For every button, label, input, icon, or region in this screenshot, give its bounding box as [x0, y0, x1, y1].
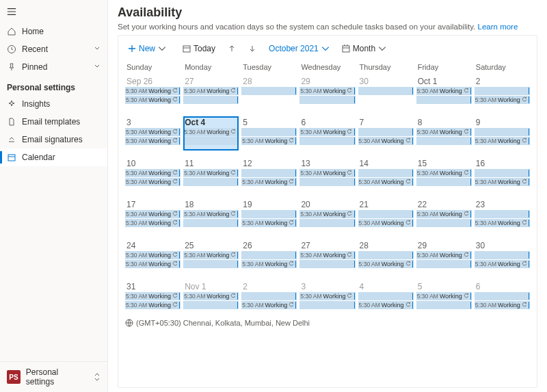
calendar-day-cell[interactable]: 35:30 AMWorking5:30 AMWorking	[125, 116, 181, 151]
calendar-event[interactable]: 5:30 AMWorking	[125, 219, 181, 227]
calendar-day-cell[interactable]: 85:30 AMWorking5:30 AMWorking	[416, 116, 472, 151]
calendar-event[interactable]: 5:30 AMWorking	[475, 260, 530, 268]
calendar-event[interactable]: 5:30 AMWorking	[241, 178, 297, 186]
calendar-day-cell[interactable]: 155:30 AMWorking5:30 AMWorking	[416, 157, 472, 192]
calendar-event[interactable]: 5:30 AMWorking	[241, 301, 297, 309]
calendar-event[interactable]: 5:30 AMWorking	[416, 210, 472, 218]
calendar-event[interactable]: 5:30 AMWorking	[475, 210, 530, 218]
calendar-event[interactable]: 5:30 AMWorking	[299, 301, 355, 309]
calendar-event[interactable]: 5:30 AMWorking	[241, 169, 297, 177]
calendar-event[interactable]: 5:30 AMWorking	[241, 251, 297, 259]
calendar-event[interactable]: 5:30 AMWorking	[125, 137, 181, 145]
calendar-event[interactable]: 5:30 AMWorking	[183, 96, 239, 104]
calendar-event[interactable]: 5:30 AMWorking	[475, 292, 530, 300]
next-button[interactable]	[245, 43, 259, 54]
calendar-event[interactable]: 5:30 AMWorking	[475, 169, 530, 177]
calendar-event[interactable]: 5:30 AMWorking	[358, 219, 414, 227]
sidebar-item-email-templates[interactable]: Email templates	[0, 113, 107, 131]
calendar-day-cell[interactable]: 45:30 AMWorking5:30 AMWorking	[358, 280, 414, 315]
calendar-event[interactable]: 5:30 AMWorking	[299, 292, 355, 300]
calendar-event[interactable]: 5:30 AMWorking	[183, 260, 239, 268]
calendar-day-cell[interactable]: 175:30 AMWorking5:30 AMWorking	[125, 198, 181, 233]
sidebar-footer[interactable]: PS Personal settings	[0, 361, 107, 392]
sidebar-item-pinned[interactable]: Pinned	[0, 58, 107, 76]
calendar-day-cell[interactable]: 105:30 AMWorking5:30 AMWorking	[125, 157, 181, 192]
calendar-day-cell[interactable]: 195:30 AMWorking5:30 AMWorking	[241, 198, 297, 233]
calendar-event[interactable]: 5:30 AMWorking	[183, 137, 239, 145]
calendar-day-cell[interactable]: 225:30 AMWorking5:30 AMWorking	[416, 198, 472, 233]
new-button[interactable]: New	[125, 42, 169, 55]
calendar-event[interactable]: 5:30 AMWorking	[241, 292, 297, 300]
calendar-event[interactable]: 5:30 AMWorking	[358, 210, 414, 218]
calendar-event[interactable]: 5:30 AMWorking	[241, 87, 297, 95]
calendar-day-cell[interactable]: Oct 45:30 AMWorking5:30 AMWorking	[183, 116, 239, 151]
calendar-event[interactable]: 5:30 AMWorking	[358, 251, 414, 259]
calendar-event[interactable]: 5:30 AMWorking	[241, 210, 297, 218]
calendar-event[interactable]: 5:30 AMWorking	[241, 219, 297, 227]
calendar-day-cell[interactable]: 75:30 AMWorking5:30 AMWorking	[358, 116, 414, 151]
calendar-event[interactable]: 5:30 AMWorking	[416, 96, 472, 104]
calendar-event[interactable]: 5:30 AMWorking	[416, 87, 472, 95]
calendar-event[interactable]: 5:30 AMWorking	[475, 301, 530, 309]
calendar-day-cell[interactable]: 285:30 AMWorking	[241, 75, 297, 109]
calendar-event[interactable]: 5:30 AMWorking	[299, 178, 355, 186]
calendar-event[interactable]: 5:30 AMWorking	[299, 96, 355, 104]
sidebar-item-recent[interactable]: Recent	[0, 40, 107, 58]
sidebar-item-insights[interactable]: Insights	[0, 95, 107, 113]
hamburger-button[interactable]	[0, 3, 107, 23]
calendar-event[interactable]: 5:30 AMWorking	[299, 87, 355, 95]
calendar-day-cell[interactable]: 215:30 AMWorking5:30 AMWorking	[358, 198, 414, 233]
calendar-day-cell[interactable]: 115:30 AMWorking5:30 AMWorking	[183, 157, 239, 192]
calendar-day-cell[interactable]: 65:30 AMWorking5:30 AMWorking	[299, 116, 355, 151]
calendar-event[interactable]: 5:30 AMWorking	[475, 137, 530, 145]
calendar-day-cell[interactable]: 235:30 AMWorking5:30 AMWorking	[475, 198, 530, 233]
calendar-day-cell[interactable]: 275:30 AMWorking5:30 AMWorking	[183, 75, 239, 109]
calendar-day-cell[interactable]: 305:30 AMWorking5:30 AMWorking	[475, 239, 530, 274]
calendar-day-cell[interactable]: 55:30 AMWorking5:30 AMWorking	[241, 116, 297, 151]
prev-button[interactable]	[225, 43, 239, 54]
calendar-event[interactable]: 5:30 AMWorking	[125, 96, 181, 104]
calendar-day-cell[interactable]: 315:30 AMWorking5:30 AMWorking	[125, 280, 181, 315]
calendar-event[interactable]: 5:30 AMWorking	[183, 301, 239, 309]
calendar-event[interactable]: 5:30 AMWorking	[358, 87, 414, 95]
calendar-event[interactable]: 5:30 AMWorking	[416, 301, 472, 309]
calendar-event[interactable]: 5:30 AMWorking	[125, 301, 181, 309]
calendar-event[interactable]: 5:30 AMWorking	[125, 169, 181, 177]
calendar-event[interactable]: 5:30 AMWorking	[183, 210, 239, 218]
calendar-event[interactable]: 5:30 AMWorking	[125, 260, 181, 268]
calendar-day-cell[interactable]: 265:30 AMWorking5:30 AMWorking	[241, 239, 297, 274]
calendar-day-cell[interactable]: 125:30 AMWorking5:30 AMWorking	[241, 157, 297, 192]
calendar-event[interactable]: 5:30 AMWorking	[358, 169, 414, 177]
sidebar-item-email-signatures[interactable]: Email signatures	[0, 131, 107, 148]
calendar-day-cell[interactable]: 255:30 AMWorking5:30 AMWorking	[183, 239, 239, 274]
calendar-event[interactable]: 5:30 AMWorking	[241, 260, 297, 268]
calendar-day-cell[interactable]: 185:30 AMWorking5:30 AMWorking	[183, 198, 239, 233]
calendar-event[interactable]: 5:30 AMWorking	[299, 251, 355, 259]
calendar-event[interactable]: 5:30 AMWorking	[475, 219, 530, 227]
sidebar-item-calendar[interactable]: Calendar	[0, 148, 107, 166]
calendar-day-cell[interactable]: 205:30 AMWorking5:30 AMWorking	[299, 198, 355, 233]
calendar-event[interactable]: 5:30 AMWorking	[183, 87, 239, 95]
calendar-event[interactable]: 5:30 AMWorking	[183, 169, 239, 177]
calendar-day-cell[interactable]: 245:30 AMWorking5:30 AMWorking	[125, 239, 181, 274]
calendar-event[interactable]: 5:30 AMWorking	[358, 137, 414, 145]
calendar-day-cell[interactable]: 285:30 AMWorking5:30 AMWorking	[358, 239, 414, 274]
calendar-day-cell[interactable]: 275:30 AMWorking5:30 AMWorking	[299, 239, 355, 274]
calendar-event[interactable]: 5:30 AMWorking	[299, 169, 355, 177]
period-picker[interactable]: October 2021	[266, 42, 332, 55]
sidebar-item-home[interactable]: Home	[0, 23, 107, 40]
view-picker[interactable]: Month	[339, 42, 389, 55]
calendar-day-cell[interactable]: 25:30 AMWorking5:30 AMWorking	[241, 280, 297, 315]
calendar-day-cell[interactable]: 165:30 AMWorking5:30 AMWorking	[475, 157, 530, 192]
calendar-event[interactable]: 5:30 AMWorking	[241, 137, 297, 145]
calendar-day-cell[interactable]: 65:30 AMWorking5:30 AMWorking	[475, 280, 530, 315]
calendar-event[interactable]: 5:30 AMWorking	[416, 260, 472, 268]
timezone-bar[interactable]: (GMT+05:30) Chennai, Kolkata, Mumbai, Ne…	[125, 319, 530, 327]
calendar-event[interactable]: 5:30 AMWorking	[299, 210, 355, 218]
calendar-event[interactable]: 5:30 AMWorking	[125, 87, 181, 95]
calendar-event[interactable]: 5:30 AMWorking	[358, 260, 414, 268]
calendar-event[interactable]: 5:30 AMWorking	[125, 292, 181, 300]
learn-more-link[interactable]: Learn more	[478, 23, 518, 31]
calendar-event[interactable]: 5:30 AMWorking	[358, 301, 414, 309]
calendar-event[interactable]: 5:30 AMWorking	[183, 128, 239, 136]
